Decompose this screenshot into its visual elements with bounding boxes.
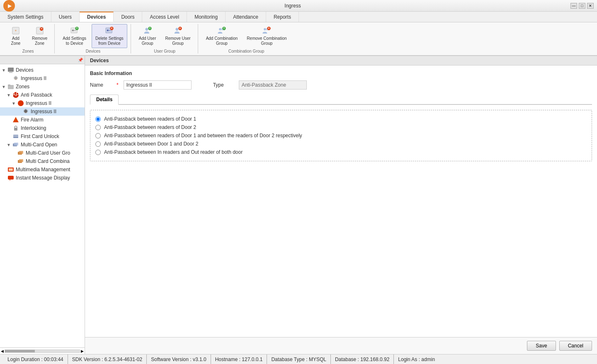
scroll-left-icon[interactable]: ◀ — [1, 349, 4, 353]
sidebar-item-zones[interactable]: ▼ Zones — [0, 83, 85, 91]
svg-rect-32 — [8, 85, 14, 89]
radio-option-4[interactable]: Anti-Passback between Door 1 and Door 2 — [95, 141, 587, 147]
user-group-buttons: + Add UserGroup ✕ Remove UserGroup — [135, 24, 194, 48]
panel-body: Basic Information Name * Type Details An… — [85, 66, 597, 337]
menu-access-level[interactable]: Access Level — [142, 12, 187, 22]
multi-card-combina-toggle — [12, 159, 17, 164]
name-input[interactable] — [124, 80, 192, 90]
sidebar-item-multi-card-combina[interactable]: Multi Card Combina — [0, 157, 85, 165]
devices-toggle[interactable]: ▼ — [2, 68, 7, 73]
add-settings-button[interactable]: + Add Settingsto Device — [59, 24, 90, 48]
save-button[interactable]: Save — [527, 341, 556, 351]
content-panel: Devices Basic Information Name * Type De… — [85, 56, 597, 354]
radio-opt1-input[interactable] — [95, 116, 101, 122]
sidebar-item-devices[interactable]: ▼ Devices — [0, 66, 85, 74]
menu-reports[interactable]: Reports — [266, 12, 299, 22]
svg-point-21 — [219, 28, 221, 31]
radio-opt3-label: Anti-Passback between readers of Door 1 … — [104, 133, 302, 138]
sdk-version: SDK Version : 6.2.5.34-4631-02 — [68, 354, 147, 364]
radio-opt4-label: Anti-Passback between Door 1 and Door 2 — [104, 141, 198, 147]
sidebar-item-multi-card-user-gro[interactable]: Multi-Card User Gro — [0, 149, 85, 157]
sidebar-item-instant-message[interactable]: Instant Message Display — [0, 174, 85, 182]
add-user-group-icon: + — [142, 26, 153, 35]
panel-title: Devices — [90, 58, 109, 63]
menu-devices[interactable]: Devices — [80, 12, 114, 22]
zones-toggle[interactable]: ▼ — [2, 85, 7, 89]
menu-attendance[interactable]: Attendance — [226, 12, 266, 22]
radio-opt2-input[interactable] — [95, 125, 101, 130]
zones-label: Zones — [16, 84, 29, 90]
radio-option-5[interactable]: Anti-Passback between In readers and Out… — [95, 149, 587, 155]
cancel-button[interactable]: Cancel — [559, 341, 592, 351]
title-bar: Ingress — □ ✕ — [0, 0, 597, 12]
radio-opt3-input[interactable] — [95, 133, 101, 138]
multimedia-mgmt-label: Multimedia Management — [16, 167, 70, 172]
sidebar-item-ingressus-ii-3[interactable]: Ingressus II — [0, 107, 85, 116]
zones-folder-icon — [7, 83, 14, 90]
delete-settings-button[interactable]: ✕ Delete Settingsfrom Device — [92, 24, 127, 48]
remove-zone-button[interactable]: ✕ RemoveZone — [28, 24, 51, 48]
tab-details[interactable]: Details — [90, 95, 119, 105]
sidebar-pin-icon[interactable]: 📌 — [78, 58, 83, 62]
remove-user-group-button[interactable]: ✕ Remove UserGroup — [161, 24, 194, 48]
svg-point-15 — [145, 28, 148, 31]
sidebar-scrollbar[interactable]: ◀ ▶ — [0, 347, 85, 354]
menu-monitoring[interactable]: Monitoring — [187, 12, 226, 22]
ingressus-ii-2-label: Ingressus II — [26, 100, 51, 106]
sidebar-item-fire-alarm[interactable]: Fire Alarm — [0, 116, 85, 124]
devices-buttons: + Add Settingsto Device ✕ Delete Setting… — [59, 24, 127, 48]
menu-doors[interactable]: Doors — [114, 12, 142, 22]
svg-text:✕: ✕ — [40, 27, 43, 31]
login-as: Login As : admin — [394, 354, 439, 364]
add-zone-button[interactable]: + AddZone — [5, 24, 27, 48]
add-user-group-button[interactable]: + Add UserGroup — [135, 24, 160, 48]
app-icon — [3, 0, 15, 12]
menu-system-settings[interactable]: System Settings — [0, 12, 51, 22]
svg-point-25 — [264, 28, 267, 31]
ingressus-ii-2-toggle[interactable]: ▼ — [12, 101, 17, 106]
radio-opt2-label: Anti-Passback between readers of Door 2 — [104, 124, 196, 130]
scroll-right-icon[interactable]: ▶ — [81, 349, 84, 353]
svg-point-18 — [176, 28, 179, 31]
close-button[interactable]: ✕ — [587, 3, 594, 9]
sidebar-item-ingressus-ii-1[interactable]: Ingressus II — [0, 74, 85, 83]
fire-alarm-toggle — [7, 118, 12, 122]
svg-text:✕: ✕ — [267, 27, 270, 30]
anti-passback-icon: AP — [12, 92, 19, 98]
name-required: * — [116, 82, 119, 88]
remove-combination-button[interactable]: ✕ Remove CombinationGroup — [243, 24, 290, 48]
sidebar: 📌 ▼ Devices Ingressus II ▼ — [0, 56, 85, 354]
ingressus-ii-1-label: Ingressus II — [21, 75, 46, 81]
radio-option-2[interactable]: Anti-Passback between readers of Door 2 — [95, 124, 587, 130]
multi-card-toggle[interactable]: ▼ — [7, 143, 12, 147]
minimize-button[interactable]: — — [570, 3, 577, 9]
svg-text:+: + — [15, 29, 17, 33]
radio-option-1[interactable]: Anti-Passback between readers of Door 1 — [95, 116, 587, 122]
radio-opt5-input[interactable] — [95, 150, 101, 155]
interlocking-label: Interlocking — [21, 125, 46, 131]
anti-passback-toggle[interactable]: ▼ — [7, 93, 12, 97]
combination-group-label: Combination Group — [228, 49, 265, 53]
ingressus-ii-1-toggle — [7, 76, 12, 81]
maximize-button[interactable]: □ — [579, 3, 585, 9]
sidebar-item-anti-passback[interactable]: ▼ AP Anti Passback — [0, 91, 85, 99]
sidebar-item-multi-card-open[interactable]: ▼ Multi-Card Open — [0, 141, 85, 149]
menu-users[interactable]: Users — [51, 12, 80, 22]
multimedia-icon — [7, 166, 14, 173]
add-combination-button[interactable]: + Add CombinationGroup — [202, 24, 242, 48]
scroll-track[interactable] — [5, 349, 80, 353]
radio-opt5-label: Anti-Passback between In readers and Out… — [104, 149, 243, 155]
sidebar-item-first-card-unlock[interactable]: First Card Unlock — [0, 132, 85, 141]
multi-card-combina-icon — [17, 158, 24, 165]
svg-text:+: + — [223, 27, 225, 30]
radio-opt4-input[interactable] — [95, 141, 101, 147]
radio-option-3[interactable]: Anti-Passback between readers of Door 1 … — [95, 133, 587, 138]
add-zone-icon: + — [10, 26, 22, 35]
sidebar-item-ingressus-ii-2[interactable]: ▼ Ingressus II — [0, 99, 85, 107]
instant-message-label: Instant Message Display — [16, 175, 70, 181]
user-group-group-label: User Group — [154, 49, 175, 53]
sidebar-item-multimedia-mgmt[interactable]: Multimedia Management — [0, 165, 85, 174]
hostname: Hostname : 127.0.0.1 — [211, 354, 267, 364]
sidebar-item-interlocking[interactable]: Interlocking — [0, 124, 85, 132]
svg-point-13 — [107, 29, 109, 31]
